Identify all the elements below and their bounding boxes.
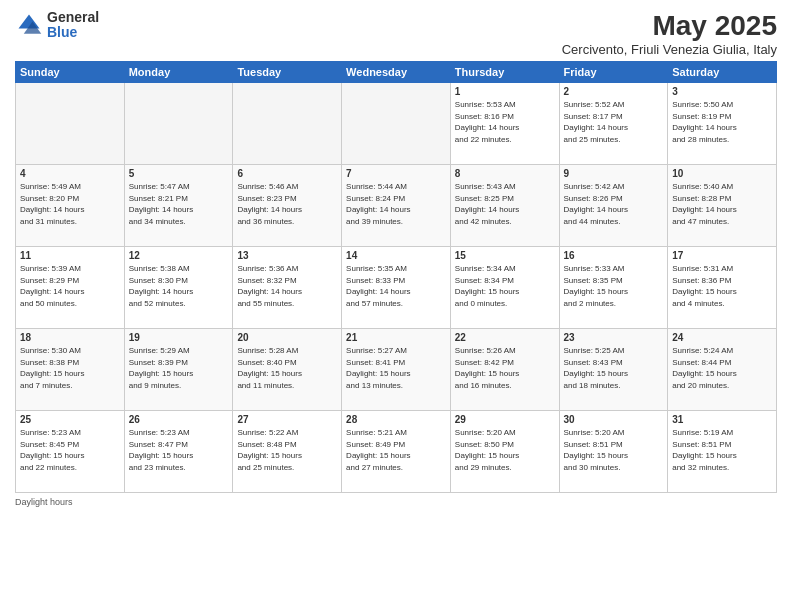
calendar-cell: 29Sunrise: 5:20 AM Sunset: 8:50 PM Dayli… (450, 411, 559, 493)
logo-icon (15, 11, 43, 39)
day-number: 6 (237, 168, 337, 179)
day-number: 7 (346, 168, 446, 179)
calendar-body: 1Sunrise: 5:53 AM Sunset: 8:16 PM Daylig… (16, 83, 777, 493)
day-info: Sunrise: 5:20 AM Sunset: 8:50 PM Dayligh… (455, 427, 555, 473)
calendar-cell (342, 83, 451, 165)
day-number: 21 (346, 332, 446, 343)
calendar-week-4: 18Sunrise: 5:30 AM Sunset: 8:38 PM Dayli… (16, 329, 777, 411)
day-number: 14 (346, 250, 446, 261)
day-number: 28 (346, 414, 446, 425)
calendar-cell: 19Sunrise: 5:29 AM Sunset: 8:39 PM Dayli… (124, 329, 233, 411)
calendar-week-3: 11Sunrise: 5:39 AM Sunset: 8:29 PM Dayli… (16, 247, 777, 329)
calendar-cell: 23Sunrise: 5:25 AM Sunset: 8:43 PM Dayli… (559, 329, 668, 411)
calendar-cell: 31Sunrise: 5:19 AM Sunset: 8:51 PM Dayli… (668, 411, 777, 493)
day-info: Sunrise: 5:31 AM Sunset: 8:36 PM Dayligh… (672, 263, 772, 309)
dow-monday: Monday (124, 62, 233, 83)
day-number: 19 (129, 332, 229, 343)
calendar-cell: 8Sunrise: 5:43 AM Sunset: 8:25 PM Daylig… (450, 165, 559, 247)
day-info: Sunrise: 5:23 AM Sunset: 8:47 PM Dayligh… (129, 427, 229, 473)
day-number: 1 (455, 86, 555, 97)
day-info: Sunrise: 5:38 AM Sunset: 8:30 PM Dayligh… (129, 263, 229, 309)
calendar-cell: 13Sunrise: 5:36 AM Sunset: 8:32 PM Dayli… (233, 247, 342, 329)
calendar-cell: 3Sunrise: 5:50 AM Sunset: 8:19 PM Daylig… (668, 83, 777, 165)
logo-blue: Blue (47, 25, 99, 40)
day-number: 20 (237, 332, 337, 343)
day-info: Sunrise: 5:46 AM Sunset: 8:23 PM Dayligh… (237, 181, 337, 227)
day-number: 11 (20, 250, 120, 261)
calendar-cell (233, 83, 342, 165)
calendar-subtitle: Cercivento, Friuli Venezia Giulia, Italy (562, 42, 777, 57)
calendar-cell: 7Sunrise: 5:44 AM Sunset: 8:24 PM Daylig… (342, 165, 451, 247)
dow-wednesday: Wednesday (342, 62, 451, 83)
day-info: Sunrise: 5:22 AM Sunset: 8:48 PM Dayligh… (237, 427, 337, 473)
day-info: Sunrise: 5:25 AM Sunset: 8:43 PM Dayligh… (564, 345, 664, 391)
calendar-cell: 25Sunrise: 5:23 AM Sunset: 8:45 PM Dayli… (16, 411, 125, 493)
calendar-cell: 15Sunrise: 5:34 AM Sunset: 8:34 PM Dayli… (450, 247, 559, 329)
logo: General Blue (15, 10, 99, 41)
day-number: 17 (672, 250, 772, 261)
calendar-cell: 26Sunrise: 5:23 AM Sunset: 8:47 PM Dayli… (124, 411, 233, 493)
day-info: Sunrise: 5:50 AM Sunset: 8:19 PM Dayligh… (672, 99, 772, 145)
day-info: Sunrise: 5:19 AM Sunset: 8:51 PM Dayligh… (672, 427, 772, 473)
calendar-cell (16, 83, 125, 165)
dow-thursday: Thursday (450, 62, 559, 83)
days-of-week-row: Sunday Monday Tuesday Wednesday Thursday… (16, 62, 777, 83)
calendar-cell: 4Sunrise: 5:49 AM Sunset: 8:20 PM Daylig… (16, 165, 125, 247)
calendar-cell: 9Sunrise: 5:42 AM Sunset: 8:26 PM Daylig… (559, 165, 668, 247)
calendar-cell: 16Sunrise: 5:33 AM Sunset: 8:35 PM Dayli… (559, 247, 668, 329)
calendar-cell: 2Sunrise: 5:52 AM Sunset: 8:17 PM Daylig… (559, 83, 668, 165)
footer-note: Daylight hours (15, 497, 777, 507)
day-number: 2 (564, 86, 664, 97)
calendar-week-1: 1Sunrise: 5:53 AM Sunset: 8:16 PM Daylig… (16, 83, 777, 165)
calendar-cell: 6Sunrise: 5:46 AM Sunset: 8:23 PM Daylig… (233, 165, 342, 247)
day-info: Sunrise: 5:33 AM Sunset: 8:35 PM Dayligh… (564, 263, 664, 309)
day-number: 24 (672, 332, 772, 343)
calendar-cell: 1Sunrise: 5:53 AM Sunset: 8:16 PM Daylig… (450, 83, 559, 165)
day-number: 13 (237, 250, 337, 261)
day-info: Sunrise: 5:43 AM Sunset: 8:25 PM Dayligh… (455, 181, 555, 227)
day-info: Sunrise: 5:24 AM Sunset: 8:44 PM Dayligh… (672, 345, 772, 391)
calendar-cell: 22Sunrise: 5:26 AM Sunset: 8:42 PM Dayli… (450, 329, 559, 411)
day-number: 29 (455, 414, 555, 425)
day-info: Sunrise: 5:42 AM Sunset: 8:26 PM Dayligh… (564, 181, 664, 227)
day-info: Sunrise: 5:35 AM Sunset: 8:33 PM Dayligh… (346, 263, 446, 309)
day-info: Sunrise: 5:34 AM Sunset: 8:34 PM Dayligh… (455, 263, 555, 309)
calendar-cell: 5Sunrise: 5:47 AM Sunset: 8:21 PM Daylig… (124, 165, 233, 247)
day-info: Sunrise: 5:26 AM Sunset: 8:42 PM Dayligh… (455, 345, 555, 391)
dow-friday: Friday (559, 62, 668, 83)
calendar-cell: 11Sunrise: 5:39 AM Sunset: 8:29 PM Dayli… (16, 247, 125, 329)
calendar-cell: 28Sunrise: 5:21 AM Sunset: 8:49 PM Dayli… (342, 411, 451, 493)
day-info: Sunrise: 5:28 AM Sunset: 8:40 PM Dayligh… (237, 345, 337, 391)
day-number: 23 (564, 332, 664, 343)
day-number: 12 (129, 250, 229, 261)
day-info: Sunrise: 5:52 AM Sunset: 8:17 PM Dayligh… (564, 99, 664, 145)
calendar-cell: 24Sunrise: 5:24 AM Sunset: 8:44 PM Dayli… (668, 329, 777, 411)
day-number: 26 (129, 414, 229, 425)
calendar-cell: 21Sunrise: 5:27 AM Sunset: 8:41 PM Dayli… (342, 329, 451, 411)
calendar-title: May 2025 (562, 10, 777, 42)
day-info: Sunrise: 5:36 AM Sunset: 8:32 PM Dayligh… (237, 263, 337, 309)
day-info: Sunrise: 5:27 AM Sunset: 8:41 PM Dayligh… (346, 345, 446, 391)
day-number: 16 (564, 250, 664, 261)
day-info: Sunrise: 5:47 AM Sunset: 8:21 PM Dayligh… (129, 181, 229, 227)
day-info: Sunrise: 5:29 AM Sunset: 8:39 PM Dayligh… (129, 345, 229, 391)
day-number: 30 (564, 414, 664, 425)
day-number: 8 (455, 168, 555, 179)
dow-saturday: Saturday (668, 62, 777, 83)
logo-general: General (47, 10, 99, 25)
calendar-cell: 18Sunrise: 5:30 AM Sunset: 8:38 PM Dayli… (16, 329, 125, 411)
calendar-table: Sunday Monday Tuesday Wednesday Thursday… (15, 61, 777, 493)
day-number: 27 (237, 414, 337, 425)
day-info: Sunrise: 5:30 AM Sunset: 8:38 PM Dayligh… (20, 345, 120, 391)
day-number: 10 (672, 168, 772, 179)
calendar-week-2: 4Sunrise: 5:49 AM Sunset: 8:20 PM Daylig… (16, 165, 777, 247)
dow-sunday: Sunday (16, 62, 125, 83)
calendar-cell (124, 83, 233, 165)
calendar-cell: 27Sunrise: 5:22 AM Sunset: 8:48 PM Dayli… (233, 411, 342, 493)
day-number: 15 (455, 250, 555, 261)
calendar-cell: 12Sunrise: 5:38 AM Sunset: 8:30 PM Dayli… (124, 247, 233, 329)
calendar-cell: 20Sunrise: 5:28 AM Sunset: 8:40 PM Dayli… (233, 329, 342, 411)
day-info: Sunrise: 5:23 AM Sunset: 8:45 PM Dayligh… (20, 427, 120, 473)
day-number: 18 (20, 332, 120, 343)
day-number: 3 (672, 86, 772, 97)
